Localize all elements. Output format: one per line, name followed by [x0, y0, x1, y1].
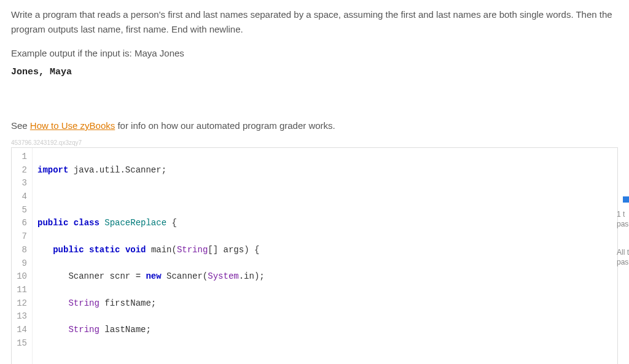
example-output: Jones, Maya	[11, 67, 618, 77]
see-suffix: for info on how our automated program gr…	[115, 120, 335, 131]
all-tests-label: All t	[617, 248, 629, 257]
pass-label-1: pas	[617, 220, 629, 228]
how-to-use-link[interactable]: How to Use zyBooks	[30, 120, 115, 131]
line-gutter: 1 2 3 4 5 6 7 8 9 10 11 12 13 14 15	[12, 148, 33, 364]
test-indicator-icon	[623, 196, 629, 203]
see-line: See How to Use zyBooks for info on how o…	[11, 120, 618, 131]
code-content[interactable]: import java.util.Scanner; public class S…	[33, 148, 617, 364]
problem-description: Write a program that reads a person's fi…	[11, 7, 618, 37]
one-test-label: 1 t	[617, 210, 629, 219]
see-prefix: See	[11, 120, 30, 131]
example-intro: Example output if the input is: Maya Jon…	[11, 48, 618, 58]
pass-label-2: pas	[617, 258, 629, 266]
code-editor[interactable]: 1 2 3 4 5 6 7 8 9 10 11 12 13 14 15 impo…	[11, 147, 618, 364]
test-labels: 1 t pas All t pas	[617, 210, 629, 268]
session-id: 453796.3243192.qx3zqy7	[11, 139, 618, 146]
